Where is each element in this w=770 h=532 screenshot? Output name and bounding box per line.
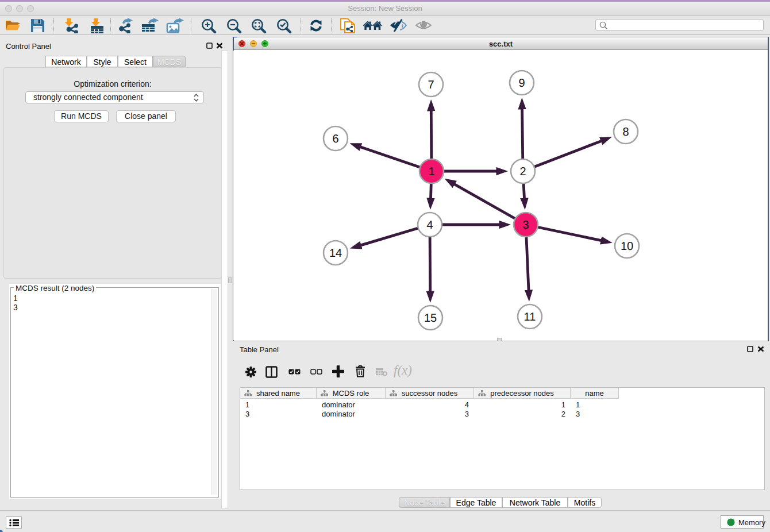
- svg-text:15: 15: [424, 312, 437, 325]
- svg-text:1: 1: [428, 165, 434, 178]
- svg-text:4: 4: [426, 219, 433, 232]
- svg-text:11: 11: [524, 311, 536, 323]
- svg-text:8: 8: [622, 126, 629, 138]
- svg-text:10: 10: [621, 240, 633, 253]
- svg-text:7: 7: [428, 79, 434, 91]
- svg-text:14: 14: [329, 247, 342, 260]
- svg-text:2: 2: [519, 165, 526, 178]
- svg-text:9: 9: [518, 77, 525, 90]
- svg-text:3: 3: [522, 219, 529, 232]
- svg-text:6: 6: [332, 133, 338, 145]
